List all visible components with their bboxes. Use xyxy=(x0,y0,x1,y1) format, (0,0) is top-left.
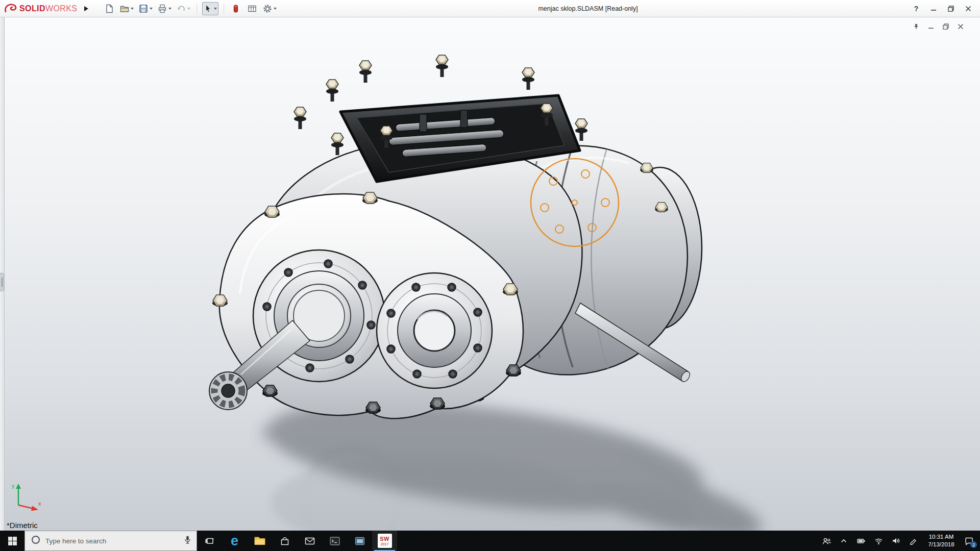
wifi-icon xyxy=(874,537,883,545)
y-axis-label: y xyxy=(12,483,15,489)
new-document-button[interactable] xyxy=(103,2,116,15)
doc-close-icon xyxy=(958,23,964,30)
clock-time: 10:31 AM xyxy=(923,533,960,541)
show-hidden-icons-button[interactable] xyxy=(836,531,851,551)
x-axis-arrow xyxy=(31,506,38,511)
task-view-icon xyxy=(205,536,215,546)
edge-icon: e xyxy=(231,534,238,548)
taskbar-app-mail[interactable] xyxy=(297,531,322,551)
pin-icon xyxy=(913,23,919,30)
chevron-up-icon xyxy=(840,537,847,544)
doc-minimize-button[interactable] xyxy=(927,22,935,31)
panel-expand-handle[interactable] xyxy=(0,273,4,291)
battery-button[interactable] xyxy=(853,531,869,551)
select-dropdown-caret[interactable] xyxy=(214,8,217,10)
close-button[interactable] xyxy=(961,2,976,15)
solidworks-window: SOLIDWORKS xyxy=(0,0,980,551)
windows-taskbar: e xyxy=(0,531,980,551)
graphics-area[interactable]: y x *Dimetric xyxy=(0,17,980,531)
orientation-triad[interactable]: y x xyxy=(9,482,45,519)
3d-viewport[interactable] xyxy=(0,17,980,531)
taskbar-app-store[interactable] xyxy=(272,531,297,551)
print-dropdown-caret[interactable] xyxy=(168,8,172,10)
taskbar-app-edge[interactable]: e xyxy=(222,531,247,551)
task-view-button[interactable] xyxy=(197,531,222,551)
spline-coupler[interactable] xyxy=(209,372,247,410)
document-window-controls xyxy=(912,22,965,31)
title-bar: SOLIDWORKS xyxy=(0,0,980,17)
restore-button[interactable] xyxy=(943,2,959,15)
console-icon xyxy=(329,536,340,546)
help-button[interactable]: ? xyxy=(909,2,924,15)
appearance-button[interactable] xyxy=(229,2,242,15)
taskbar-app-window[interactable] xyxy=(347,531,372,551)
options-button[interactable] xyxy=(262,2,278,15)
cortana-icon xyxy=(31,535,40,546)
open-dropdown-caret[interactable] xyxy=(131,8,134,10)
print-button[interactable] xyxy=(157,2,173,15)
save-button[interactable] xyxy=(138,2,154,15)
design-table-icon xyxy=(248,4,257,13)
doc-close-button[interactable] xyxy=(957,22,965,31)
view-orientation-label: *Dimetric xyxy=(7,521,38,530)
notification-badge: 2 xyxy=(970,541,977,548)
open-folder-icon xyxy=(120,4,129,13)
select-tool-button[interactable] xyxy=(202,2,218,15)
save-icon xyxy=(139,4,148,13)
taskbar-app-solidworks[interactable]: SW 2017 xyxy=(372,531,397,551)
search-input[interactable] xyxy=(45,537,184,545)
start-button[interactable] xyxy=(0,531,24,551)
y-axis-arrow xyxy=(16,484,21,489)
minimize-button[interactable] xyxy=(926,2,941,15)
restore-icon xyxy=(948,6,954,12)
ds-logo-icon xyxy=(4,3,17,14)
pen-button[interactable] xyxy=(905,531,921,551)
document-title: menjac sklop.SLDASM [Read-only] xyxy=(538,5,638,12)
output-flange[interactable] xyxy=(377,273,492,388)
mail-icon xyxy=(304,536,315,546)
close-icon xyxy=(965,6,971,12)
store-icon xyxy=(280,536,290,546)
gearbox-model[interactable] xyxy=(209,55,702,418)
minimize-icon xyxy=(930,6,937,12)
file-explorer-icon xyxy=(254,535,266,546)
taskbar-app-file-explorer[interactable] xyxy=(247,531,272,551)
people-button[interactable] xyxy=(819,531,834,551)
taskbar-app-console[interactable] xyxy=(322,531,347,551)
microphone-icon[interactable] xyxy=(184,535,191,546)
x-axis-label: x xyxy=(38,500,41,507)
solidworks-2017-icon: SW 2017 xyxy=(378,534,392,548)
gear-icon xyxy=(263,4,272,13)
system-tray: 10:31 AM 7/13/2018 2 xyxy=(819,531,980,551)
doc-restore-button[interactable] xyxy=(942,22,950,31)
menu-expand-icon[interactable] xyxy=(84,6,88,11)
clock-date: 7/13/2018 xyxy=(923,541,960,548)
save-dropdown-caret[interactable] xyxy=(150,8,153,10)
options-dropdown-caret[interactable] xyxy=(274,8,277,10)
design-table-button[interactable] xyxy=(246,2,259,15)
people-icon xyxy=(822,537,831,545)
undo-dropdown-caret[interactable] xyxy=(187,8,190,10)
brand-text: SOLIDWORKS xyxy=(19,4,77,13)
volume-button[interactable] xyxy=(888,531,903,551)
battery-icon xyxy=(857,537,866,545)
toolbar-separator xyxy=(224,4,224,14)
network-button[interactable] xyxy=(871,531,886,551)
select-cursor-icon xyxy=(204,4,212,13)
undo-button[interactable] xyxy=(176,2,191,15)
taskbar-clock[interactable]: 10:31 AM 7/13/2018 xyxy=(923,533,960,548)
taskbar-search[interactable] xyxy=(24,531,197,551)
action-center-button[interactable]: 2 xyxy=(962,531,977,551)
doc-restore-icon xyxy=(943,23,949,30)
toolbar-separator xyxy=(197,4,197,14)
solidworks-logo: SOLIDWORKS xyxy=(4,3,77,14)
undo-icon xyxy=(177,4,186,13)
speaker-icon xyxy=(892,537,900,545)
quick-access-toolbar xyxy=(103,2,278,15)
appearance-icon xyxy=(231,4,240,13)
pen-icon xyxy=(909,537,917,545)
open-button[interactable] xyxy=(119,2,135,15)
print-icon xyxy=(158,4,167,13)
pin-menu-button[interactable] xyxy=(912,22,920,31)
window-controls: ? xyxy=(909,2,976,15)
